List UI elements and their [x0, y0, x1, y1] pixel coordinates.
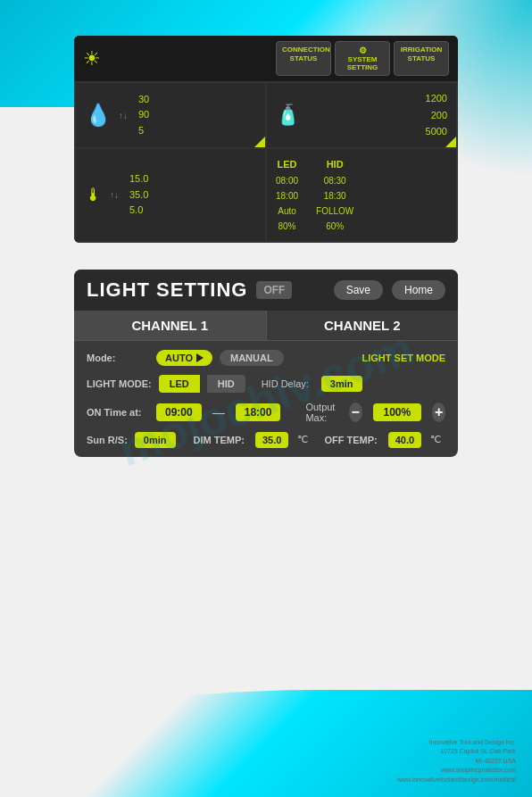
dim-temp-value[interactable]: 35.0 — [255, 432, 288, 448]
hid-time-1: 08:30 — [316, 173, 353, 188]
company-name: Innovative Tool and Design Inc. — [397, 738, 516, 748]
corner-tri-2 — [445, 137, 456, 147]
output-max-value: 100% — [373, 403, 422, 421]
thermometer-icon: 🌡 — [85, 185, 103, 205]
content-wrapper: ☀ CONNECTIONSTATUS ⚙ SYSTEMSETTING IRRIG… — [0, 0, 532, 475]
spray-values: 1200 200 5000 — [426, 90, 447, 140]
time-separator: — — [212, 405, 225, 419]
hid-col: HID 08:30 18:30 FOLLOW 60% — [316, 156, 353, 234]
on-time-end[interactable]: 18:00 — [236, 403, 281, 421]
dash-cell-led-hid: LED 08:00 18:00 Auto 80% HID 08:30 18:30… — [267, 149, 456, 241]
output-max-label: Output Max: — [305, 402, 341, 423]
connection-status-btn[interactable]: CONNECTIONSTATUS — [276, 41, 331, 76]
dash-nav: CONNECTIONSTATUS ⚙ SYSTEMSETTING IRRIGAT… — [276, 41, 449, 76]
light-setting-title: LIGHT SETTING — [87, 278, 247, 302]
led-hid-cols: LED 08:00 18:00 Auto 80% HID 08:30 18:30… — [276, 156, 447, 234]
led-time-1: 08:00 — [276, 173, 298, 188]
on-time-row: ON Time at: 09:00 — 18:00 Output Max: − … — [87, 402, 445, 423]
dim-temp-label: DIM TEMP: — [194, 435, 245, 445]
connection-status-label: CONNECTIONSTATUS — [282, 46, 325, 64]
save-button[interactable]: Save — [334, 280, 383, 300]
channel2-tab[interactable]: CHANNEL 2 — [267, 311, 459, 340]
temp-val-3: 5.0 — [129, 203, 148, 219]
irrigation-status-label: IRRIGATIONSTATUS — [400, 46, 443, 64]
spray-val-1: 1200 — [426, 90, 447, 107]
hid-delay-value: 3min — [321, 376, 362, 392]
hid-mode: FOLLOW — [316, 203, 353, 219]
off-badge: OFF — [256, 281, 292, 299]
led-time-2: 18:00 — [276, 188, 298, 203]
water-icon: 💧 — [85, 103, 112, 128]
sun-rs-row: Sun R/S: 0min DIM TEMP: 35.0 ℃ OFF TEMP:… — [87, 432, 445, 448]
website1: www.shoptheprotector.com — [397, 766, 516, 776]
led-pct: 80% — [276, 219, 298, 234]
spray-icon: 🧴 — [276, 104, 300, 127]
spray-val-2: 200 — [426, 107, 447, 124]
light-header: LIGHT SETTING OFF Save Home — [74, 270, 458, 311]
footer-info: Innovative Tool and Design Inc. 10729 Ca… — [397, 738, 516, 785]
dashboard-panel: ☀ CONNECTIONSTATUS ⚙ SYSTEMSETTING IRRIG… — [74, 36, 458, 243]
channels-row: CHANNEL 1 CHANNEL 2 — [74, 311, 458, 341]
output-decrease-btn[interactable]: − — [349, 403, 362, 422]
light-body: Mode: AUTO MANUAL LIGHT SET MODE LIGHT M… — [74, 341, 458, 457]
temp-values: 15.0 35.0 5.0 — [129, 171, 148, 219]
on-time-label: ON Time at: — [87, 407, 149, 418]
dash-cell-spray: 🧴 1200 200 5000 — [267, 83, 456, 147]
off-temp-value[interactable]: 40.0 — [388, 432, 421, 448]
dim-temp-unit: ℃ — [297, 434, 308, 445]
hid-header: HID — [316, 156, 353, 173]
hid-pct: 60% — [316, 219, 353, 234]
light-setting-panel: LIGHT SETTING OFF Save Home CHANNEL 1 CH… — [74, 270, 458, 457]
manual-mode-btn[interactable]: MANUAL — [220, 350, 284, 366]
led-mode: Auto — [276, 203, 298, 219]
dash-cell-temp: 🌡 ↑↓ 15.0 35.0 5.0 — [76, 149, 265, 241]
water-val-2: 90 — [138, 107, 149, 123]
dash-cell-water: 💧 ↑↓ 30 90 5 — [76, 83, 265, 147]
address2: MI 48237 USA — [397, 757, 516, 767]
gear-icon: ⚙ — [359, 46, 367, 55]
home-button[interactable]: Home — [392, 280, 445, 300]
dash-header: ☀ CONNECTIONSTATUS ⚙ SYSTEMSETTING IRRIG… — [74, 36, 458, 81]
on-time-start[interactable]: 09:00 — [156, 403, 202, 421]
light-set-mode-label: LIGHT SET MODE — [362, 353, 446, 363]
mode-row: Mode: AUTO MANUAL LIGHT SET MODE — [87, 350, 445, 366]
water-values: 30 90 5 — [138, 92, 149, 139]
off-temp-label: OFF TEMP: — [324, 435, 377, 445]
water-val-1: 30 — [138, 92, 149, 108]
led-col: LED 08:00 18:00 Auto 80% — [276, 156, 298, 234]
temp-val-2: 35.0 — [129, 187, 148, 203]
website2: www.innovativetoolanddesign.com/medical — [397, 776, 516, 785]
auto-label: AUTO — [165, 353, 193, 363]
auto-mode-btn[interactable]: AUTO — [156, 350, 212, 366]
mode-label: Mode: — [87, 353, 149, 363]
light-mode-row: LIGHT MODE: LED HID HID Delay: 3min — [87, 375, 445, 393]
sun-icon: ☀ — [83, 47, 101, 71]
led-header: LED — [276, 156, 298, 173]
hid-mode-btn[interactable]: HID — [207, 375, 245, 393]
system-setting-btn[interactable]: ⚙ SYSTEMSETTING — [335, 41, 390, 76]
channel1-tab[interactable]: CHANNEL 1 — [74, 311, 267, 340]
led-mode-btn[interactable]: LED — [159, 375, 200, 393]
address1: 10729 Capitol St. Oak Park — [397, 747, 516, 757]
spray-val-3: 5000 — [426, 123, 447, 140]
system-setting-label: SYSTEMSETTING — [341, 55, 384, 71]
output-increase-btn[interactable]: + — [432, 403, 445, 422]
hid-time-2: 18:30 — [316, 188, 353, 203]
corner-tri-1 — [254, 137, 265, 147]
hid-delay-label: HID Delay: — [262, 378, 309, 389]
sun-rs-value[interactable]: 0min — [135, 432, 176, 448]
sun-rs-label: Sun R/S: — [87, 435, 128, 445]
water-val-3: 5 — [138, 123, 149, 139]
off-temp-unit: ℃ — [430, 434, 441, 445]
light-mode-label: LIGHT MODE: — [87, 378, 152, 389]
temp-val-1: 15.0 — [129, 171, 148, 187]
irrigation-status-btn[interactable]: IRRIGATIONSTATUS — [394, 41, 449, 76]
dash-body: 💧 ↑↓ 30 90 5 🧴 1200 200 5000 — [74, 81, 458, 243]
play-icon — [196, 353, 204, 362]
